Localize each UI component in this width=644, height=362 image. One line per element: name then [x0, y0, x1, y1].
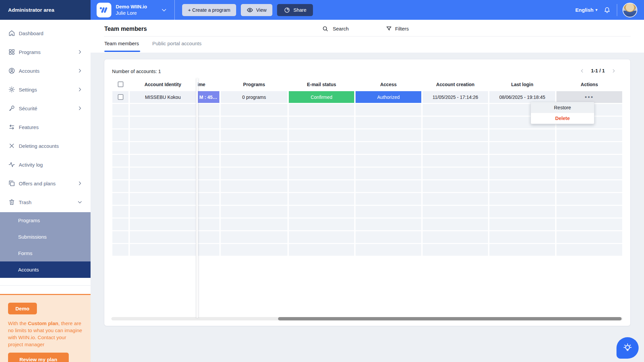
sidebar-item-accounts[interactable]: Accounts: [0, 61, 91, 80]
trash-icon: [8, 198, 15, 206]
table-cell-empty: [112, 142, 128, 154]
table-cell-empty: [289, 104, 354, 116]
table-cell-empty: [221, 193, 287, 205]
demo-text: With the Custom plan, there are no limit…: [8, 320, 83, 348]
table-cell-empty: [289, 206, 354, 218]
filters-label: Filters: [395, 26, 409, 32]
pagination-text: 1-1 / 1: [591, 68, 605, 73]
tab-public-portal-accounts[interactable]: Public portal accounts: [152, 41, 202, 46]
sidebar-item-label: Deleting accounts: [19, 143, 59, 149]
view-button-label: View: [256, 7, 267, 13]
submenu-item-programs[interactable]: Programs: [0, 212, 91, 229]
sidebar-item-activity-log[interactable]: Activity log: [0, 155, 91, 174]
sidebar-header: Administrator area: [0, 0, 91, 20]
user-name: Julie Lore: [116, 10, 147, 16]
sidebar-item-settings[interactable]: Settings: [0, 80, 91, 99]
user-avatar[interactable]: [623, 3, 637, 17]
demo-badge-button[interactable]: Demo: [8, 303, 37, 314]
table-cell-empty: [221, 104, 287, 116]
table-cell-empty: [197, 206, 219, 218]
app-root: Administrator area Dashboard Programs Ac…: [0, 0, 644, 362]
row-account-creation-cell: 11/05/2025 - 17:14:26: [423, 91, 488, 103]
help-fab-button[interactable]: [616, 337, 639, 359]
table-cell-empty: [130, 129, 196, 141]
row-actions-button[interactable]: •••: [556, 91, 622, 103]
sidebar-item-label: Dashboard: [19, 31, 43, 36]
sidebar-item-trash[interactable]: Trash: [0, 193, 91, 212]
row-access-badge: Authorized: [356, 91, 421, 103]
horizontal-scrollbar-track[interactable]: [111, 317, 623, 320]
pinned-column-divider: [197, 78, 198, 318]
review-my-plan-button[interactable]: Review my plan: [8, 353, 69, 362]
table-cell-empty: [197, 168, 219, 179]
view-button[interactable]: View: [241, 4, 272, 16]
submenu-item-forms[interactable]: Forms: [0, 245, 91, 261]
search-icon: [322, 25, 328, 32]
sidebar-item-programs[interactable]: Programs: [0, 43, 91, 61]
user-circle-icon: [8, 67, 15, 74]
sidebar: Administrator area Dashboard Programs Ac…: [0, 0, 91, 362]
share-button[interactable]: Share: [277, 4, 313, 16]
table-cell-empty: [197, 117, 219, 128]
column-header-programs: Programs: [221, 78, 287, 90]
search-control[interactable]: Search: [322, 25, 349, 32]
filters-control[interactable]: Filters: [386, 25, 409, 32]
table-cell-empty: [130, 206, 196, 218]
sidebar-item-label: Offers and plans: [19, 181, 56, 186]
submenu-item-submissions[interactable]: Submissions: [0, 229, 91, 245]
sidebar-nav: Dashboard Programs Accounts Settings Séc…: [0, 24, 91, 212]
sidebar-item-deleting-accounts[interactable]: Deleting accounts: [0, 136, 91, 155]
table-cell-empty: [356, 168, 421, 179]
sidebar-divider: [0, 285, 91, 286]
table-cell-empty: [112, 104, 128, 116]
table-cell-empty: [356, 219, 421, 230]
column-header-actions: Actions: [556, 78, 622, 90]
table-cell-empty: [221, 117, 287, 128]
language-selector[interactable]: English ▾: [575, 7, 597, 13]
page-title: Team members: [104, 25, 147, 33]
workspace-chevron-down-icon[interactable]: [161, 7, 167, 13]
pagination-next-chevron-icon[interactable]: [610, 67, 617, 74]
table-cell-empty: [130, 219, 196, 230]
submenu-item-accounts[interactable]: Accounts: [0, 261, 91, 278]
row-time-badge: M : 45…: [197, 91, 219, 103]
sidebar-item-offers-and-plans[interactable]: Offers and plans: [0, 174, 91, 193]
grid-icon: [8, 48, 15, 56]
sidebar-item-features[interactable]: Features: [0, 118, 91, 136]
sidebar-item-securite[interactable]: Sécurité: [0, 99, 91, 118]
tab-team-members[interactable]: Team members: [104, 41, 139, 46]
table-cell-empty: [197, 231, 219, 243]
column-header-email-status: E-mail status: [289, 78, 354, 90]
table-cell-empty: [356, 129, 421, 141]
table-cell-empty: [221, 129, 287, 141]
table-cell-empty: [556, 142, 622, 154]
row-checkbox[interactable]: [118, 94, 123, 100]
table-cell-empty: [112, 193, 128, 205]
table-cell-empty: [556, 244, 622, 256]
table-cell-empty: [112, 219, 128, 230]
notifications-bell-icon[interactable]: [603, 6, 611, 14]
sidebar-item-dashboard[interactable]: Dashboard: [0, 24, 91, 43]
table-cell-empty: [112, 129, 128, 141]
table-cell-empty: [197, 129, 219, 141]
table-cell-empty: [130, 117, 196, 128]
context-menu-restore[interactable]: Restore: [531, 102, 594, 113]
table-cell-empty: [112, 117, 128, 128]
table-cell-empty: [221, 168, 287, 179]
table-cell-empty: [289, 168, 354, 179]
horizontal-scrollbar-thumb[interactable]: [278, 317, 622, 320]
sidebar-item-label: Settings: [19, 87, 37, 93]
sidebar-item-label: Accounts: [19, 68, 40, 74]
table-cell-empty: [221, 231, 287, 243]
context-menu-delete[interactable]: Delete: [531, 113, 594, 124]
pagination-prev-chevron-icon[interactable]: [579, 67, 586, 74]
demo-text-prefix: With the: [8, 320, 28, 326]
activity-icon: [8, 161, 15, 168]
trash-submenu: Programs Submissions Forms Accounts: [0, 212, 91, 278]
table-cell-empty: [356, 231, 421, 243]
sidebar-item-label: Trash: [19, 199, 32, 205]
table-cell-empty: [112, 244, 128, 256]
create-program-button[interactable]: + Create a program: [182, 4, 236, 16]
select-all-checkbox[interactable]: [118, 81, 123, 87]
table-cell-empty: [130, 244, 196, 256]
